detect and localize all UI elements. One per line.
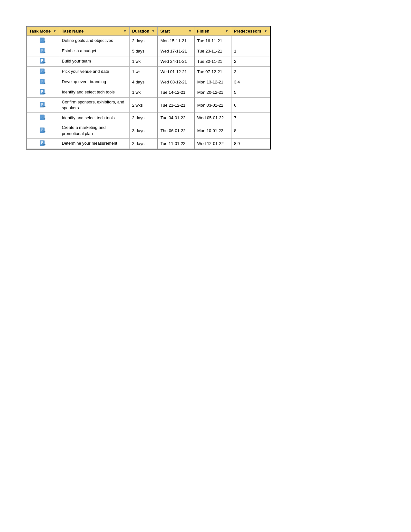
task-name-cell: Build your team [59, 56, 129, 67]
table-row[interactable]: Build your team1 wkWed 24-11-21Tue 30-11… [27, 56, 270, 67]
svg-rect-51 [41, 131, 42, 131]
predecessors-cell: 3,4 [231, 77, 270, 87]
svg-rect-9 [41, 51, 42, 52]
svg-rect-44 [41, 117, 43, 117]
start-cell: Wed 24-11-21 [158, 56, 194, 67]
task-name-cell: Establish a budget [59, 46, 129, 56]
svg-rect-55 [41, 141, 43, 142]
finish-cell: Mon 10-01-22 [194, 123, 231, 138]
start-cell: Mon 15-11-21 [158, 36, 194, 46]
task-mode-icon [39, 58, 46, 64]
duration-cell: 5 days [129, 46, 158, 56]
svg-rect-1 [41, 39, 43, 39]
start-cell: Tue 14-12-21 [158, 87, 194, 98]
duration-cell: 1 wk [129, 56, 158, 67]
svg-rect-31 [41, 90, 43, 91]
predecessors-cell: 6 [231, 98, 270, 113]
duration-cell: 1 wk [129, 67, 158, 77]
task-name-cell: Create a marketing and promotional plan [59, 123, 129, 138]
predecessors-cell [231, 36, 270, 46]
task-mode-cell [27, 56, 59, 67]
task-mode-cell [27, 123, 59, 138]
finish-cell: Mon 03-01-22 [194, 98, 231, 113]
header-predecessors[interactable]: Predecessors ▼ [231, 27, 270, 36]
header-finish[interactable]: Finish ▼ [194, 27, 231, 36]
start-cell: Wed 01-12-21 [158, 67, 194, 77]
table-row[interactable]: Pick your venue and date1 wkWed 01-12-21… [27, 67, 270, 77]
duration-cell: 2 days [129, 36, 158, 46]
task-mode-icon [39, 68, 46, 74]
svg-rect-45 [41, 118, 42, 118]
svg-rect-2 [41, 40, 43, 40]
svg-rect-49 [41, 129, 43, 129]
task-name-cell: Define goals and objectives [59, 36, 129, 46]
task-mode-sort-icon[interactable]: ▼ [53, 29, 56, 33]
svg-rect-57 [41, 143, 42, 144]
task-mode-cell [27, 67, 59, 77]
task-mode-cell [27, 138, 59, 149]
duration-cell: 3 days [129, 123, 158, 138]
predecessors-cell: 3 [231, 67, 270, 77]
svg-rect-21 [41, 72, 42, 72]
table-row[interactable]: Define goals and objectives2 daysMon 15-… [27, 36, 270, 46]
task-mode-cell [27, 36, 59, 46]
svg-rect-7 [41, 49, 43, 50]
start-cell: Thu 06-01-22 [158, 123, 194, 138]
svg-rect-8 [41, 50, 43, 51]
svg-rect-56 [41, 142, 43, 143]
svg-rect-20 [41, 71, 43, 71]
task-mode-icon [39, 89, 46, 95]
header-duration[interactable]: Duration ▼ [129, 27, 158, 36]
svg-rect-15 [41, 61, 42, 62]
header-task-mode[interactable]: Task Mode ▼ [27, 27, 59, 36]
task-name-cell: Identify and select tech tools [59, 113, 129, 123]
header-start[interactable]: Start ▼ [158, 27, 194, 36]
svg-rect-33 [41, 92, 42, 93]
finish-sort-icon[interactable]: ▼ [225, 29, 229, 33]
svg-rect-25 [41, 80, 43, 81]
predecessors-cell: 8,9 [231, 138, 270, 149]
task-name-cell: Pick your venue and date [59, 67, 129, 77]
task-name-cell: Identify and select tech tools [59, 87, 129, 98]
task-name-cell: Develop event branding [59, 77, 129, 87]
finish-cell: Mon 20-12-21 [194, 87, 231, 98]
table-row[interactable]: Create a marketing and promotional plan3… [27, 123, 270, 138]
finish-cell: Wed 12-01-22 [194, 138, 231, 149]
start-cell: Tue 04-01-22 [158, 113, 194, 123]
start-sort-icon[interactable]: ▼ [188, 29, 191, 33]
table-row[interactable]: Develop event branding4 daysWed 08-12-21… [27, 77, 270, 87]
svg-rect-27 [41, 82, 42, 82]
task-mode-icon [39, 102, 46, 108]
table-row[interactable]: Identify and select tech tools1 wkTue 14… [27, 87, 270, 98]
svg-rect-26 [41, 81, 43, 82]
finish-cell: Tue 30-11-21 [194, 56, 231, 67]
gantt-table-wrapper: Task Mode ▼ Task Name ▼ Duration ▼ [26, 26, 271, 150]
task-mode-icon [39, 79, 46, 84]
table-row[interactable]: Determine your measurement2 daysTue 11-0… [27, 138, 270, 149]
finish-cell: Mon 13-12-21 [194, 77, 231, 87]
start-cell: Wed 17-11-21 [158, 46, 194, 56]
svg-rect-3 [41, 41, 42, 41]
task-name-sort-icon[interactable]: ▼ [123, 29, 127, 33]
duration-cell: 2 wks [129, 98, 158, 113]
table-row[interactable]: Establish a budget5 daysWed 17-11-21Tue … [27, 46, 270, 56]
task-mode-icon [39, 114, 46, 120]
svg-rect-14 [41, 60, 43, 61]
svg-rect-19 [41, 70, 43, 70]
task-mode-cell [27, 77, 59, 87]
project-table: Task Mode ▼ Task Name ▼ Duration ▼ [26, 26, 270, 149]
table-row[interactable]: Confirm sponsors, exhibitors, and speake… [27, 98, 270, 113]
predecessors-cell: 1 [231, 46, 270, 56]
table-row[interactable]: Identify and select tech tools2 daysTue … [27, 113, 270, 123]
task-mode-cell [27, 98, 59, 113]
svg-rect-38 [41, 104, 43, 105]
start-cell: Wed 08-12-21 [158, 77, 194, 87]
svg-rect-37 [41, 103, 43, 104]
duration-sort-icon[interactable]: ▼ [152, 29, 155, 33]
svg-rect-43 [41, 116, 43, 116]
predecessors-sort-icon[interactable]: ▼ [264, 29, 267, 33]
task-name-cell: Determine your measurement [59, 138, 129, 149]
svg-rect-13 [41, 59, 43, 60]
predecessors-cell: 8 [231, 123, 270, 138]
header-task-name[interactable]: Task Name ▼ [59, 27, 129, 36]
